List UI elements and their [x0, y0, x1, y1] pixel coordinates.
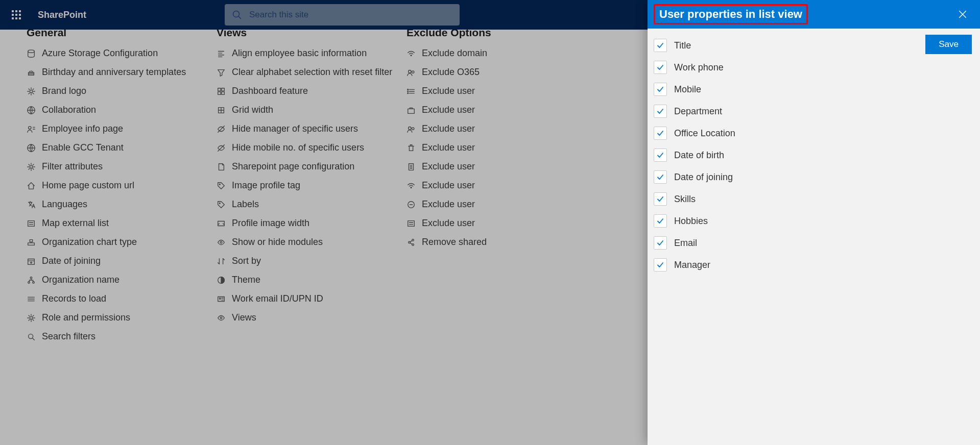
setting-item[interactable]: Exclude user [400, 82, 579, 101]
setting-item[interactable]: Filter attributes [20, 157, 199, 176]
setting-item-label: Date of joining [42, 256, 101, 266]
setting-item[interactable]: Employee info page [20, 119, 199, 138]
setting-item[interactable]: Clear alphabet selection with reset filt… [210, 63, 389, 82]
setting-item[interactable]: Date of joining [20, 252, 199, 270]
org-icon [27, 238, 36, 247]
setting-item[interactable]: Dashboard feature [210, 82, 389, 101]
setting-item[interactable]: Sort by [210, 252, 389, 270]
eye-icon [217, 238, 226, 247]
wifi-icon [407, 49, 416, 58]
setting-item[interactable]: Hide manager of specific users [210, 119, 389, 138]
language-icon [27, 200, 36, 209]
check-icon [656, 217, 664, 225]
setting-item[interactable]: Azure Storage Configuration [20, 44, 199, 63]
setting-item[interactable]: Exclude user [400, 195, 579, 214]
setting-item[interactable]: Views [210, 308, 389, 327]
setting-item[interactable]: Exclude user [400, 138, 579, 157]
setting-item-label: Exclude user [422, 161, 475, 172]
setting-item[interactable]: Collaboration [20, 101, 199, 119]
setting-item[interactable]: Exclude user [400, 101, 579, 119]
database-icon [27, 49, 36, 58]
page-icon [217, 162, 226, 171]
setting-item[interactable]: Exclude user [400, 157, 579, 176]
setting-item-label: Views [232, 312, 256, 323]
setting-item-label: Exclude domain [422, 48, 487, 59]
remove-icon [407, 200, 416, 209]
setting-item[interactable]: Role and permissions [20, 308, 199, 327]
property-checkbox[interactable] [654, 214, 667, 228]
property-checkbox[interactable] [654, 127, 667, 140]
setting-item-label: Dashboard feature [232, 86, 308, 96]
property-checkbox[interactable] [654, 236, 667, 250]
setting-item[interactable]: Profile image width [210, 214, 389, 233]
setting-item[interactable]: Exclude O365 [400, 63, 579, 82]
setting-item[interactable]: Theme [210, 270, 389, 289]
list-icon [407, 87, 416, 96]
property-checkbox[interactable] [654, 105, 667, 118]
property-checkbox[interactable] [654, 170, 667, 184]
panel-close-button[interactable] [950, 0, 975, 29]
property-row: Hobbies [654, 212, 925, 234]
setting-item-label: Align employee basic information [232, 48, 367, 59]
setting-item-label: Hide mobile no. of specific users [232, 142, 364, 153]
hide-icon [217, 143, 226, 153]
properties-panel: User properties in list view TitleWork p… [648, 0, 980, 445]
setting-item-label: Sort by [232, 256, 261, 266]
property-checkbox[interactable] [654, 39, 667, 52]
setting-item[interactable]: Birthday and anniversary templates [20, 63, 199, 82]
setting-item[interactable]: Labels [210, 195, 389, 214]
property-checkbox[interactable] [654, 149, 667, 162]
search-box[interactable] [225, 4, 460, 26]
property-label: Date of joining [674, 172, 733, 183]
briefcase-icon [407, 106, 416, 115]
check-icon [656, 173, 664, 181]
property-row: Date of birth [654, 146, 925, 168]
setting-item[interactable]: Align employee basic information [210, 44, 389, 63]
setting-item[interactable]: Search filters [20, 327, 199, 346]
check-icon [656, 129, 664, 137]
brand-label[interactable]: SharePoint [38, 10, 86, 20]
list-map-icon [27, 219, 36, 228]
svg-point-40 [412, 127, 414, 130]
setting-item[interactable]: Sharepoint page configuration [210, 157, 389, 176]
setting-item[interactable]: Image profile tag [210, 176, 389, 195]
property-row: Skills [654, 190, 925, 212]
setting-item[interactable]: Exclude user [400, 119, 579, 138]
check-icon [656, 239, 664, 247]
setting-item[interactable]: Enable GCC Tenant [20, 138, 199, 157]
property-label: Skills [674, 194, 696, 205]
check-icon [656, 85, 664, 93]
setting-item[interactable]: Grid width [210, 101, 389, 119]
setting-item[interactable]: Exclude user [400, 176, 579, 195]
setting-item[interactable]: Languages [20, 195, 199, 214]
search-input[interactable] [249, 10, 452, 20]
setting-item[interactable]: Hide mobile no. of specific users [210, 138, 389, 157]
setting-item[interactable]: Work email ID/UPN ID [210, 289, 389, 308]
trash-icon [407, 143, 416, 153]
property-checkbox[interactable] [654, 61, 667, 74]
save-button[interactable]: Save [925, 35, 972, 54]
setting-item[interactable]: Exclude domain [400, 44, 579, 63]
setting-item-label: Show or hide modules [232, 237, 323, 248]
property-row: Email [654, 234, 925, 256]
setting-item[interactable]: Records to load [20, 289, 199, 308]
setting-item[interactable]: Show or hide modules [210, 233, 389, 252]
setting-item-label: Organization name [42, 275, 119, 285]
check-icon [656, 107, 664, 115]
property-checkbox[interactable] [654, 83, 667, 96]
setting-item[interactable]: Exclude user [400, 214, 579, 233]
app-launcher-button[interactable] [4, 3, 29, 27]
settings-section: Exclude OptionsExclude domainExclude O36… [400, 19, 579, 346]
setting-item[interactable]: Organization name [20, 270, 199, 289]
setting-item[interactable]: Home page custom url [20, 176, 199, 195]
property-checkbox[interactable] [654, 192, 667, 206]
property-label: Manager [674, 260, 710, 270]
setting-item[interactable]: Map external list [20, 214, 199, 233]
setting-item[interactable]: Organization chart type [20, 233, 199, 252]
setting-item-label: Records to load [42, 293, 106, 304]
globe-icon [27, 106, 36, 115]
setting-item[interactable]: Brand logo [20, 82, 199, 101]
property-checkbox[interactable] [654, 258, 667, 271]
setting-item-label: Work email ID/UPN ID [232, 293, 323, 304]
setting-item[interactable]: Remove shared [400, 233, 579, 252]
